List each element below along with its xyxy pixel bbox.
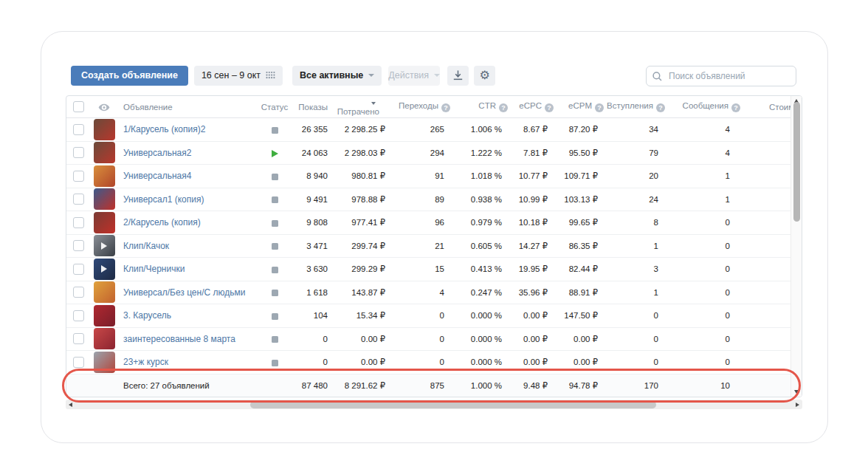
row-checkbox[interactable] — [73, 217, 84, 228]
cell-ctr: 1.222 % — [450, 148, 508, 157]
column-label: Переходы — [399, 101, 438, 110]
cell-spent: 2 298.25 ₽ — [334, 124, 391, 134]
date-range-label: 16 сен – 9 окт — [202, 70, 261, 81]
horizontal-scrollbar[interactable] — [66, 400, 802, 409]
help-icon[interactable]: ? — [545, 103, 554, 112]
date-range-button[interactable]: 16 сен – 9 окт — [194, 66, 283, 86]
scroll-down-icon[interactable] — [794, 390, 799, 394]
cell-ecpm: 82.44 ₽ — [554, 264, 604, 274]
scroll-left-icon[interactable] — [69, 403, 72, 407]
horizontal-scroll-thumb[interactable] — [250, 401, 656, 408]
cell-shows: 26 355 — [292, 125, 334, 134]
actions-dropdown[interactable]: Действия — [388, 66, 440, 86]
ad-thumbnail[interactable] — [94, 235, 115, 256]
vertical-scroll-thumb[interactable] — [793, 102, 800, 222]
cell-ctr: 0.413 % — [450, 264, 508, 273]
column-header-shows[interactable]: Показы — [292, 103, 334, 112]
row-checkbox[interactable] — [73, 264, 84, 275]
ad-thumbnail[interactable] — [94, 142, 115, 163]
ad-name-link[interactable]: Универсал1 (копия) — [123, 194, 204, 205]
cell-joins: 79 — [604, 148, 670, 157]
search-input[interactable] — [667, 70, 790, 82]
status-paused-icon — [272, 290, 278, 296]
ad-name-link[interactable]: Универсал/Без цен/С людьми — [123, 287, 245, 298]
ad-thumbnail[interactable] — [94, 119, 115, 140]
export-button[interactable] — [447, 66, 469, 86]
filter-dropdown[interactable]: Все активные — [292, 66, 382, 86]
help-icon[interactable]: ? — [595, 103, 604, 112]
column-label: eCPC — [519, 101, 542, 110]
row-checkbox[interactable] — [73, 310, 84, 321]
row-checkbox[interactable] — [73, 147, 84, 158]
help-icon[interactable]: ? — [499, 103, 508, 112]
row-checkbox[interactable] — [73, 287, 84, 298]
cell-ctr: 0.000 % — [450, 311, 508, 320]
ad-thumbnail[interactable] — [94, 188, 115, 210]
status-paused-icon — [272, 220, 278, 227]
ad-thumbnail[interactable] — [94, 165, 115, 187]
cell-ctr: 0.979 % — [450, 218, 508, 227]
cell-shows: 0 — [292, 358, 334, 366]
column-header-joins[interactable]: Вступления? — [604, 101, 670, 112]
cell-ecpc: 0.00 ₽ — [508, 334, 554, 344]
ad-thumbnail[interactable] — [94, 212, 115, 233]
play-overlay-icon — [101, 265, 107, 273]
column-header-status[interactable]: Статус — [257, 103, 292, 112]
row-checkbox[interactable] — [73, 333, 84, 344]
ad-name-link[interactable]: Клип/Чернички — [123, 264, 185, 274]
ad-name-link[interactable]: заинтересованные 8 марта — [123, 334, 235, 344]
column-header-ecpc[interactable]: eCPC? — [508, 101, 554, 112]
row-checkbox[interactable] — [73, 357, 84, 368]
cell-messages: 4 — [670, 148, 740, 157]
help-icon[interactable]: ? — [656, 103, 665, 112]
column-label: Объявление — [123, 103, 173, 112]
scroll-right-icon[interactable] — [796, 403, 799, 407]
help-icon[interactable]: ? — [731, 103, 740, 112]
ad-name-link[interactable]: 1/Карусель (копия)2 — [123, 124, 205, 134]
column-header-clicks[interactable]: Переходы? — [391, 101, 450, 112]
row-checkbox[interactable] — [73, 240, 84, 251]
ad-thumbnail[interactable] — [94, 352, 115, 373]
ad-name-link[interactable]: Универсальная4 — [123, 171, 191, 181]
vertical-scrollbar[interactable] — [790, 96, 802, 397]
cell-clicks: 0 — [391, 311, 450, 320]
create-ad-button[interactable]: Создать объявление — [71, 66, 188, 86]
ad-thumbnail[interactable] — [94, 305, 115, 326]
cell-spent: 15.34 ₽ — [334, 310, 391, 321]
row-checkbox[interactable] — [73, 194, 84, 205]
cell-joins: 0 — [604, 311, 670, 320]
ad-thumbnail[interactable] — [94, 281, 115, 303]
cell-messages: 0 — [670, 358, 740, 366]
ad-name-link[interactable]: 23+ж курск — [123, 357, 168, 367]
ad-name-link[interactable]: Универсальная2 — [123, 148, 191, 158]
row-checkbox[interactable] — [73, 124, 84, 135]
cell-shows: 9 808 — [292, 218, 334, 227]
settings-button[interactable]: ⚙ — [474, 66, 495, 86]
actions-label: Действия — [388, 70, 429, 81]
cell-messages: 0 — [670, 264, 740, 273]
column-header-spent[interactable]: Потрачено — [334, 98, 391, 116]
toolbar: Создать объявление 16 сен – 9 окт Все ак… — [71, 65, 495, 86]
status-paused-icon — [272, 243, 278, 250]
ad-name-link[interactable]: 3. Карусель — [123, 310, 171, 321]
ad-thumbnail[interactable] — [94, 328, 115, 349]
column-header-ecpm[interactable]: eCPM? — [554, 101, 604, 112]
column-header-messages[interactable]: Сообщения? — [670, 101, 740, 112]
row-checkbox[interactable] — [73, 171, 84, 182]
select-all-checkbox[interactable] — [73, 101, 84, 112]
cell-messages: 1 — [670, 171, 740, 180]
ad-name-link[interactable]: Клип/Качок — [123, 241, 169, 251]
table-row: 23+ж курск00.00 ₽00.000 %0.00 ₽0.00 ₽00 — [66, 351, 802, 374]
cell-clicks: 15 — [391, 264, 450, 273]
help-icon[interactable]: ? — [441, 103, 450, 112]
column-header-ctr[interactable]: CTR? — [450, 101, 508, 112]
total-ecpc: 9.48 ₽ — [508, 380, 554, 391]
table-row: 2/Карусель (копия)9 808977.41 ₽960.979 %… — [66, 211, 802, 235]
ad-thumbnail[interactable] — [94, 259, 115, 280]
total-shows: 87 480 — [292, 381, 334, 390]
ad-name-link[interactable]: 2/Карусель (копия) — [123, 217, 201, 228]
cell-spent: 977.41 ₽ — [334, 217, 391, 228]
status-active-icon — [272, 150, 278, 157]
cell-shows: 24 063 — [292, 148, 334, 157]
cell-ctr: 0.000 % — [450, 358, 508, 366]
